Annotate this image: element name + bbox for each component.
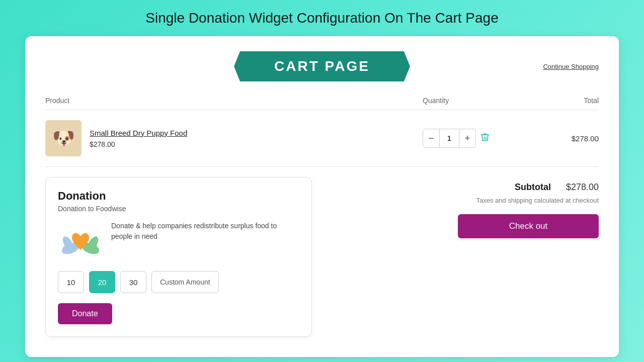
row-total: $278.00 (523, 134, 599, 143)
donation-hands-icon (58, 221, 103, 261)
donation-subtitle: Donation to Foodwise (58, 205, 299, 213)
tax-note: Taxes and shipping calculated at checkou… (476, 197, 599, 204)
amount-10-button[interactable]: 10 (58, 271, 84, 293)
delete-product-button[interactable] (480, 132, 490, 145)
table-header: Product Quantity Total (45, 97, 599, 110)
quantity-control: − 1 + (423, 129, 523, 148)
quantity-increase-button[interactable]: + (459, 129, 475, 147)
quantity-box: − 1 + (423, 129, 476, 148)
product-emoji: 🐶 (52, 128, 75, 149)
product-info: 🐶 Small Breed Dry Puppy Food $278.00 (45, 120, 423, 156)
subtotal-value: $278.00 (566, 182, 599, 193)
product-name: Small Breed Dry Puppy Food (90, 129, 187, 137)
col-quantity-header: Quantity (423, 97, 523, 105)
checkout-button[interactable]: Check out (458, 214, 599, 238)
donation-body: Donate & help companies redistribute sur… (58, 221, 299, 261)
main-card: CART PAGE Continue Shopping Product Quan… (25, 36, 619, 357)
subtotal-row: Subtotal $278.00 (515, 182, 599, 193)
donate-button[interactable]: Donate (58, 303, 112, 324)
donation-description: Donate & help companies redistribute sur… (111, 221, 299, 242)
amount-options: 10 20 30 Custom Amount (58, 271, 299, 293)
product-image: 🐶 (45, 120, 82, 156)
custom-amount-button[interactable]: Custom Amount (151, 271, 219, 293)
col-product-header: Product (45, 97, 423, 105)
trash-icon (480, 132, 490, 142)
continue-shopping-link[interactable]: Continue Shopping (543, 63, 599, 70)
subtotal-label: Subtotal (515, 182, 551, 193)
donation-card: Donation Donation to Foodwise Donate & h… (45, 177, 312, 337)
cart-banner: CART PAGE (234, 51, 410, 81)
amount-20-button[interactable]: 20 (89, 271, 115, 293)
order-summary: Subtotal $278.00 Taxes and shipping calc… (332, 177, 599, 337)
quantity-decrease-button[interactable]: − (423, 129, 439, 147)
page-title: Single Donation Widget Configuration On … (145, 10, 498, 26)
amount-30-button[interactable]: 30 (120, 271, 146, 293)
col-total-header: Total (523, 97, 599, 105)
quantity-value: 1 (439, 129, 459, 147)
card-header: CART PAGE Continue Shopping (45, 51, 599, 81)
product-price: $278.00 (90, 140, 187, 148)
product-details: Small Breed Dry Puppy Food $278.00 (90, 129, 187, 148)
bottom-section: Donation Donation to Foodwise Donate & h… (45, 177, 599, 337)
donation-title: Donation (58, 190, 299, 203)
product-row: 🐶 Small Breed Dry Puppy Food $278.00 − 1… (45, 110, 599, 167)
